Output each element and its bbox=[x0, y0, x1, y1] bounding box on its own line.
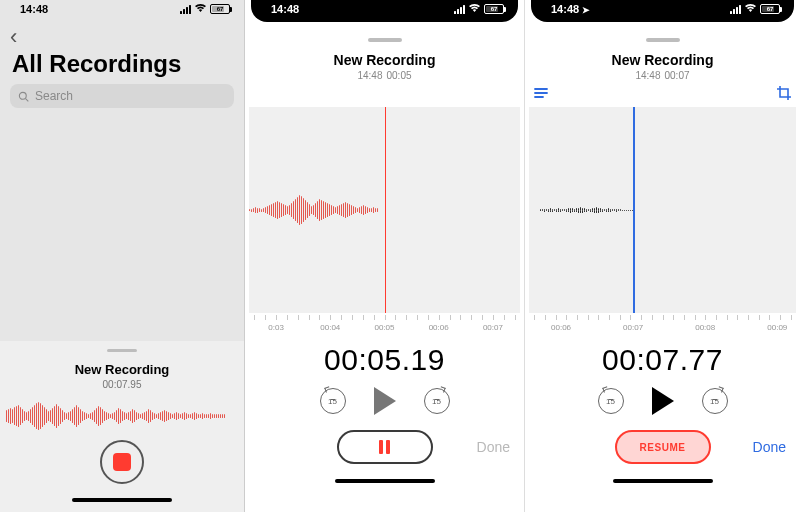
signal-icon bbox=[730, 5, 741, 14]
search-input[interactable]: Search bbox=[10, 84, 234, 108]
home-indicator[interactable] bbox=[72, 498, 172, 502]
battery-icon: 67 bbox=[484, 4, 504, 14]
list-icon[interactable] bbox=[533, 85, 549, 101]
battery-icon: 67 bbox=[760, 4, 780, 14]
playhead[interactable] bbox=[633, 107, 635, 313]
home-indicator[interactable] bbox=[335, 479, 435, 483]
play-button[interactable] bbox=[652, 387, 674, 415]
done-button[interactable]: Done bbox=[753, 439, 786, 455]
recording-title: New Recording bbox=[0, 362, 244, 377]
skip-back-button[interactable]: 15 bbox=[598, 388, 624, 414]
home-indicator[interactable] bbox=[613, 479, 713, 483]
recording-drawer: New Recording 00:07.95 bbox=[0, 341, 244, 512]
wifi-icon bbox=[194, 3, 207, 15]
current-time: 00:05.19 bbox=[245, 343, 524, 377]
wifi-icon bbox=[468, 3, 481, 15]
recording-duration: 00:07 bbox=[665, 70, 690, 81]
back-button[interactable]: ‹ bbox=[0, 18, 244, 50]
resume-button[interactable]: RESUME bbox=[615, 430, 711, 464]
recording-timestamp: 14:48 bbox=[357, 70, 382, 81]
timeline-ticks: 00:0600:0700:0800:09 bbox=[529, 323, 796, 335]
panel-recording-paused: 14:48 ➤ 67 New Recording 14:4800:07 bbox=[525, 0, 800, 512]
sheet-handle[interactable] bbox=[368, 38, 402, 42]
recording-timestamp: 14:48 bbox=[635, 70, 660, 81]
panel-recording-active: 14:48 67 New Recording 14:4800:05 0:0300… bbox=[245, 0, 525, 512]
sheet-handle[interactable] bbox=[646, 38, 680, 42]
status-time: 14:48 bbox=[20, 3, 48, 15]
drawer-handle[interactable] bbox=[107, 349, 137, 352]
wifi-icon bbox=[744, 3, 757, 15]
playhead[interactable] bbox=[385, 107, 387, 313]
recording-duration: 00:05 bbox=[387, 70, 412, 81]
waveform-editor[interactable] bbox=[529, 107, 796, 313]
recording-title: New Recording bbox=[525, 52, 800, 68]
crop-icon[interactable] bbox=[776, 85, 792, 101]
pause-button[interactable] bbox=[337, 430, 433, 464]
status-time: 14:48 bbox=[551, 3, 579, 15]
signal-icon bbox=[454, 5, 465, 14]
recording-elapsed: 00:07.95 bbox=[0, 379, 244, 390]
skip-forward-button[interactable]: 15 bbox=[702, 388, 728, 414]
battery-icon: 67 bbox=[210, 4, 230, 14]
status-bar: 14:48 67 bbox=[0, 0, 244, 18]
location-icon: ➤ bbox=[582, 5, 590, 15]
signal-icon bbox=[180, 5, 191, 14]
stop-button[interactable] bbox=[100, 440, 144, 484]
done-button[interactable]: Done bbox=[477, 439, 510, 455]
skip-forward-button[interactable]: 15 bbox=[424, 388, 450, 414]
svg-line-1 bbox=[26, 98, 29, 101]
panel-all-recordings: 14:48 67 ‹ All Recordings Search New Rec… bbox=[0, 0, 245, 512]
page-title: All Recordings bbox=[0, 50, 244, 84]
skip-back-button[interactable]: 15 bbox=[320, 388, 346, 414]
timeline-ticks: 0:0300:0400:0500:0600:07 bbox=[249, 323, 520, 335]
status-time: 14:48 bbox=[271, 3, 299, 15]
current-time: 00:07.77 bbox=[525, 343, 800, 377]
waveform-editor[interactable] bbox=[249, 107, 520, 313]
search-icon bbox=[18, 91, 29, 102]
svg-point-0 bbox=[19, 92, 26, 99]
search-placeholder: Search bbox=[35, 89, 73, 103]
recording-title: New Recording bbox=[245, 52, 524, 68]
waveform-live bbox=[6, 400, 238, 432]
play-button[interactable] bbox=[374, 387, 396, 415]
